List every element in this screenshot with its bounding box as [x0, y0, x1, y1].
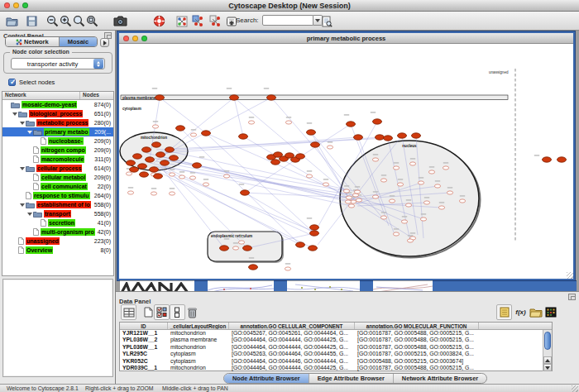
network-node-outline[interactable] — [346, 196, 352, 199]
network-node-outline[interactable] — [423, 201, 429, 204]
network-node-outline[interactable] — [232, 246, 238, 250]
disclosure-triangle-icon[interactable] — [27, 213, 32, 216]
network-node[interactable] — [347, 122, 356, 127]
table-column-header[interactable]: _cellularLayoutRegion — [168, 323, 229, 329]
network-node[interactable] — [130, 167, 139, 172]
notes-icon[interactable] — [496, 304, 512, 320]
snapshot-icon[interactable] — [113, 14, 127, 28]
table-options-icon[interactable] — [121, 304, 136, 320]
network-node-outline[interactable] — [189, 176, 195, 179]
network-node[interactable] — [140, 172, 149, 177]
network-node[interactable] — [230, 95, 239, 100]
tree-row[interactable]: macromolecule311(0) — [2, 155, 113, 164]
tree-row[interactable]: establishment of lo558(0) — [2, 200, 113, 209]
network-node[interactable] — [202, 131, 211, 136]
tree-row[interactable]: biological_process651(0) — [2, 109, 113, 118]
tree-row[interactable]: primary metabo209(... — [2, 127, 113, 136]
table-column-header[interactable]: ID — [120, 323, 168, 329]
tree-row[interactable]: secretion41(0) — [2, 218, 113, 227]
function-builder-icon[interactable]: f(x) — [513, 304, 529, 320]
network-node-outline[interactable] — [434, 184, 440, 188]
search-options-icon[interactable] — [319, 14, 333, 28]
network-node[interactable] — [384, 136, 393, 141]
network-node[interactable] — [160, 160, 170, 165]
table-row[interactable]: YPL036W__2plasma membrane[GO:0044464, GO… — [120, 337, 552, 343]
tree-row[interactable]: Overview8(0) — [2, 246, 113, 255]
annotation-network-3-icon[interactable] — [208, 14, 223, 28]
network-node[interactable] — [296, 242, 305, 247]
network-node[interactable] — [376, 135, 385, 140]
table-column-header[interactable]: annotation.GO CELLULAR_COMPONENT — [229, 323, 355, 329]
disclosure-triangle-icon[interactable] — [20, 167, 25, 170]
background-window-fragment[interactable] — [120, 280, 194, 291]
network-node[interactable] — [543, 157, 552, 162]
network-edge[interactable] — [165, 166, 247, 248]
tab-edge-attribute-browser[interactable]: Edge Attribute Browser — [309, 374, 394, 383]
network-node-outline[interactable] — [327, 146, 333, 149]
unselect-attributes-icon[interactable] — [170, 304, 185, 320]
table-scrollbar[interactable] — [543, 330, 552, 371]
background-window-fragment[interactable] — [360, 280, 373, 291]
tree-row[interactable]: cellular metabol209(0) — [2, 173, 113, 182]
table-row[interactable]: YJR121W__1mitochondrion[GO:0045267, GO:0… — [120, 330, 552, 337]
table-column-header[interactable]: annotation.GO MOLECULAR_FUNCTION — [355, 323, 479, 329]
network-window-titlebar[interactable]: primary metabolic process — [119, 33, 573, 44]
network-node-outline[interactable] — [306, 174, 312, 178]
network-node-outline[interactable] — [420, 218, 426, 221]
network-edge[interactable] — [156, 138, 388, 150]
zoom-fit-icon[interactable] — [85, 14, 99, 28]
background-window-fragment[interactable] — [208, 280, 274, 291]
network-node[interactable] — [138, 164, 147, 169]
network-node-outline[interactable] — [285, 121, 291, 124]
scroll-down-icon[interactable] — [543, 364, 552, 371]
tree-row[interactable]: nitrogen compo209(0) — [2, 146, 113, 155]
annotation-network-1-icon[interactable] — [175, 14, 189, 28]
network-node[interactable] — [311, 142, 320, 147]
network-node-outline[interactable] — [152, 125, 158, 128]
network-node[interactable] — [150, 167, 159, 172]
network-node-outline[interactable] — [179, 175, 184, 179]
network-edge[interactable] — [150, 163, 352, 206]
network-node[interactable] — [239, 134, 248, 139]
network-node[interactable] — [249, 265, 258, 270]
tree-row[interactable]: metabolic process280(0) — [2, 118, 113, 127]
network-node[interactable] — [307, 130, 316, 135]
plasma-membrane-region[interactable] — [121, 95, 508, 100]
tree-row[interactable]: response to stimulu264(0) — [2, 191, 113, 200]
network-node[interactable] — [154, 174, 163, 179]
zoom-in-icon[interactable] — [59, 14, 73, 28]
tree-row[interactable]: unassigned223(0) — [2, 237, 113, 246]
tree-row[interactable]: transport558(0) — [2, 209, 113, 218]
resize-grip-icon[interactable] — [567, 272, 573, 279]
network-node-outline[interactable] — [348, 204, 354, 208]
network-view-window[interactable]: primary metabolic process plasma membran… — [117, 31, 575, 280]
network-node-outline[interactable] — [393, 166, 399, 170]
search-input[interactable] — [262, 15, 313, 26]
tab-node-attribute-browser[interactable]: Node Attribute Browser — [224, 374, 309, 383]
select-attributes-icon[interactable] — [154, 304, 170, 320]
network-node-outline[interactable] — [169, 192, 175, 195]
network-node-outline[interactable] — [401, 220, 407, 223]
network-node-outline[interactable] — [343, 189, 349, 193]
network-node-outline[interactable] — [389, 199, 395, 203]
network-node[interactable] — [165, 147, 175, 152]
network-edge[interactable] — [245, 193, 314, 233]
network-node-outline[interactable] — [438, 206, 444, 209]
tree-row[interactable]: cell communicat22(0) — [2, 182, 113, 191]
network-node-outline[interactable] — [409, 162, 415, 165]
resize-grip-icon[interactable] — [572, 385, 578, 392]
network-edge[interactable] — [165, 137, 380, 153]
network-node[interactable] — [170, 155, 179, 160]
network-node[interactable] — [146, 157, 155, 162]
network-node[interactable] — [309, 246, 318, 251]
table-row[interactable]: YKR052Ccytoplasm[GO:0044464, GO:0044446,… — [120, 358, 552, 365]
tree-row[interactable]: cellular process614(0) — [2, 164, 113, 173]
network-node[interactable] — [156, 152, 165, 157]
tree-row[interactable]: mosaic-demo-yeast874(0) — [2, 100, 113, 109]
network-node-outline[interactable] — [372, 158, 378, 161]
network-node[interactable] — [156, 95, 165, 100]
network-edge[interactable] — [243, 136, 353, 201]
background-window-fragment[interactable] — [373, 280, 433, 291]
tab-network-attribute-browser[interactable]: Network Attribute Browser — [394, 374, 486, 383]
network-node[interactable] — [241, 190, 250, 195]
